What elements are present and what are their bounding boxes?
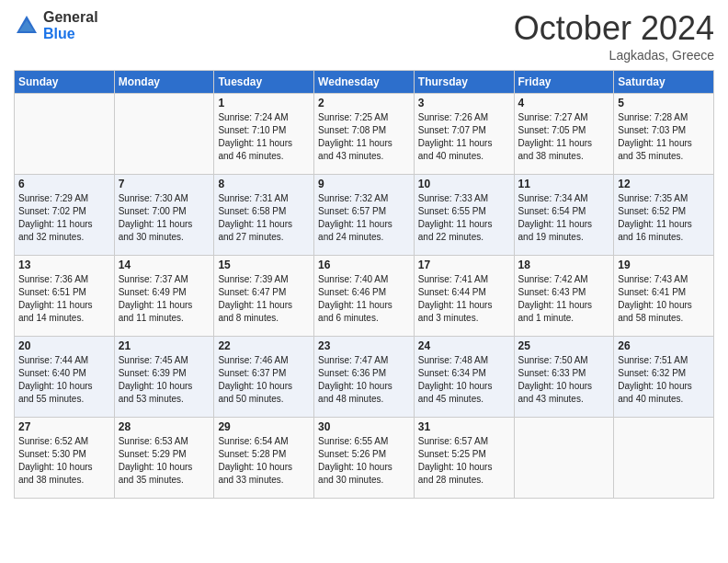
- day-info: Sunrise: 7:31 AMSunset: 6:58 PMDaylight:…: [218, 192, 310, 244]
- day-info: Sunrise: 7:34 AMSunset: 6:54 PMDaylight:…: [518, 192, 610, 244]
- day-number: 22: [218, 339, 310, 352]
- day-info: Sunrise: 7:51 AMSunset: 6:32 PMDaylight:…: [618, 354, 710, 406]
- day-number: 10: [418, 178, 510, 190]
- day-info: Sunrise: 7:39 AMSunset: 6:47 PMDaylight:…: [218, 273, 310, 325]
- location: Lagkadas, Greece: [514, 48, 714, 63]
- week-row-3: 13Sunrise: 7:36 AMSunset: 6:51 PMDayligh…: [15, 256, 714, 337]
- day-number: 19: [618, 259, 710, 271]
- logo-blue: Blue: [43, 26, 98, 42]
- page-header: General Blue October 2024 Lagkadas, Gree…: [14, 9, 714, 63]
- calendar-cell: 8Sunrise: 7:31 AMSunset: 6:58 PMDaylight…: [214, 175, 314, 256]
- calendar-cell: 7Sunrise: 7:30 AMSunset: 7:00 PMDaylight…: [114, 175, 214, 256]
- calendar-cell: 5Sunrise: 7:28 AMSunset: 7:03 PMDaylight…: [614, 94, 714, 175]
- day-number: 1: [218, 97, 310, 109]
- calendar-cell: 18Sunrise: 7:42 AMSunset: 6:43 PMDayligh…: [514, 256, 614, 337]
- calendar-cell: 17Sunrise: 7:41 AMSunset: 6:44 PMDayligh…: [414, 256, 514, 337]
- logo-icon: [14, 13, 40, 39]
- calendar-cell: 26Sunrise: 7:51 AMSunset: 6:32 PMDayligh…: [614, 337, 714, 418]
- day-info: Sunrise: 7:33 AMSunset: 6:55 PMDaylight:…: [418, 192, 510, 244]
- calendar-cell: [114, 94, 214, 175]
- day-info: Sunrise: 7:40 AMSunset: 6:46 PMDaylight:…: [318, 273, 410, 325]
- logo-text: General Blue: [43, 9, 98, 41]
- calendar-cell: 9Sunrise: 7:32 AMSunset: 6:57 PMDaylight…: [314, 175, 415, 256]
- calendar-cell: [614, 418, 714, 499]
- calendar-cell: 13Sunrise: 7:36 AMSunset: 6:51 PMDayligh…: [15, 256, 115, 337]
- calendar-cell: 20Sunrise: 7:44 AMSunset: 6:40 PMDayligh…: [15, 337, 115, 418]
- day-number: 27: [18, 420, 110, 433]
- calendar-cell: 31Sunrise: 6:57 AMSunset: 5:25 PMDayligh…: [414, 418, 514, 499]
- day-number: 9: [318, 178, 410, 190]
- day-number: 14: [119, 259, 210, 271]
- calendar-cell: 29Sunrise: 6:54 AMSunset: 5:28 PMDayligh…: [214, 418, 314, 499]
- day-info: Sunrise: 7:41 AMSunset: 6:44 PMDaylight:…: [418, 273, 510, 325]
- calendar-cell: 15Sunrise: 7:39 AMSunset: 6:47 PMDayligh…: [214, 256, 314, 337]
- header-thursday: Thursday: [414, 71, 514, 94]
- day-info: Sunrise: 7:29 AMSunset: 7:02 PMDaylight:…: [18, 192, 110, 244]
- day-number: 26: [618, 339, 710, 352]
- day-info: Sunrise: 7:36 AMSunset: 6:51 PMDaylight:…: [18, 273, 110, 325]
- day-number: 6: [18, 178, 110, 190]
- day-info: Sunrise: 7:50 AMSunset: 6:33 PMDaylight:…: [518, 354, 610, 406]
- day-info: Sunrise: 7:32 AMSunset: 6:57 PMDaylight:…: [318, 192, 410, 244]
- calendar-cell: 24Sunrise: 7:48 AMSunset: 6:34 PMDayligh…: [414, 337, 514, 418]
- header-wednesday: Wednesday: [314, 71, 415, 94]
- calendar-cell: 11Sunrise: 7:34 AMSunset: 6:54 PMDayligh…: [514, 175, 614, 256]
- day-number: 20: [18, 339, 110, 352]
- header-sunday: Sunday: [15, 71, 115, 94]
- calendar-cell: 3Sunrise: 7:26 AMSunset: 7:07 PMDaylight…: [414, 94, 514, 175]
- day-info: Sunrise: 6:57 AMSunset: 5:25 PMDaylight:…: [418, 435, 510, 487]
- day-info: Sunrise: 6:52 AMSunset: 5:30 PMDaylight:…: [18, 435, 110, 487]
- calendar-cell: 19Sunrise: 7:43 AMSunset: 6:41 PMDayligh…: [614, 256, 714, 337]
- day-info: Sunrise: 7:35 AMSunset: 6:52 PMDaylight:…: [618, 192, 710, 244]
- calendar-cell: 30Sunrise: 6:55 AMSunset: 5:26 PMDayligh…: [314, 418, 415, 499]
- day-number: 2: [318, 97, 410, 109]
- calendar-cell: 10Sunrise: 7:33 AMSunset: 6:55 PMDayligh…: [414, 175, 514, 256]
- day-info: Sunrise: 7:42 AMSunset: 6:43 PMDaylight:…: [518, 273, 610, 325]
- day-info: Sunrise: 6:55 AMSunset: 5:26 PMDaylight:…: [318, 435, 410, 487]
- calendar-cell: 28Sunrise: 6:53 AMSunset: 5:29 PMDayligh…: [114, 418, 214, 499]
- day-info: Sunrise: 7:27 AMSunset: 7:05 PMDaylight:…: [518, 111, 610, 163]
- day-info: Sunrise: 7:26 AMSunset: 7:07 PMDaylight:…: [418, 111, 510, 163]
- calendar-cell: 6Sunrise: 7:29 AMSunset: 7:02 PMDaylight…: [15, 175, 115, 256]
- day-info: Sunrise: 7:47 AMSunset: 6:36 PMDaylight:…: [318, 354, 410, 406]
- calendar-cell: 16Sunrise: 7:40 AMSunset: 6:46 PMDayligh…: [314, 256, 415, 337]
- day-number: 11: [518, 178, 610, 190]
- day-number: 17: [418, 259, 510, 271]
- day-number: 7: [119, 178, 210, 190]
- logo-general: General: [43, 9, 98, 26]
- header-friday: Friday: [514, 71, 614, 94]
- day-info: Sunrise: 7:43 AMSunset: 6:41 PMDaylight:…: [618, 273, 710, 325]
- calendar-cell: 27Sunrise: 6:52 AMSunset: 5:30 PMDayligh…: [15, 418, 115, 499]
- day-info: Sunrise: 7:30 AMSunset: 7:00 PMDaylight:…: [119, 192, 210, 244]
- day-info: Sunrise: 7:46 AMSunset: 6:37 PMDaylight:…: [218, 354, 310, 406]
- day-info: Sunrise: 7:37 AMSunset: 6:49 PMDaylight:…: [119, 273, 210, 325]
- logo: General Blue: [14, 9, 98, 41]
- calendar-cell: [514, 418, 614, 499]
- calendar-cell: 14Sunrise: 7:37 AMSunset: 6:49 PMDayligh…: [114, 256, 214, 337]
- calendar-cell: 21Sunrise: 7:45 AMSunset: 6:39 PMDayligh…: [114, 337, 214, 418]
- calendar-cell: [15, 94, 115, 175]
- calendar-cell: 2Sunrise: 7:25 AMSunset: 7:08 PMDaylight…: [314, 94, 415, 175]
- day-info: Sunrise: 7:24 AMSunset: 7:10 PMDaylight:…: [218, 111, 310, 163]
- day-number: 8: [218, 178, 310, 190]
- day-number: 21: [119, 339, 210, 352]
- calendar-cell: 23Sunrise: 7:47 AMSunset: 6:36 PMDayligh…: [314, 337, 415, 418]
- day-number: 30: [318, 420, 410, 433]
- day-number: 3: [418, 97, 510, 109]
- calendar-cell: 4Sunrise: 7:27 AMSunset: 7:05 PMDaylight…: [514, 94, 614, 175]
- title-section: October 2024 Lagkadas, Greece: [514, 9, 714, 63]
- day-info: Sunrise: 7:48 AMSunset: 6:34 PMDaylight:…: [418, 354, 510, 406]
- day-info: Sunrise: 6:54 AMSunset: 5:28 PMDaylight:…: [218, 435, 310, 487]
- header-row: SundayMondayTuesdayWednesdayThursdayFrid…: [15, 71, 714, 94]
- day-info: Sunrise: 6:53 AMSunset: 5:29 PMDaylight:…: [119, 435, 210, 487]
- day-number: 31: [418, 420, 510, 433]
- header-monday: Monday: [114, 71, 214, 94]
- day-number: 13: [18, 259, 110, 271]
- header-tuesday: Tuesday: [214, 71, 314, 94]
- day-number: 5: [618, 97, 710, 109]
- day-info: Sunrise: 7:45 AMSunset: 6:39 PMDaylight:…: [119, 354, 210, 406]
- day-number: 4: [518, 97, 610, 109]
- header-saturday: Saturday: [614, 71, 714, 94]
- week-row-2: 6Sunrise: 7:29 AMSunset: 7:02 PMDaylight…: [15, 175, 714, 256]
- day-number: 18: [518, 259, 610, 271]
